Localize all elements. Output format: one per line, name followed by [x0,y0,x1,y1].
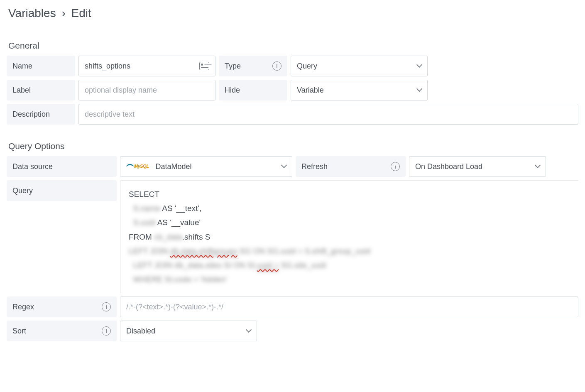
hide-label: Hide [219,80,287,100]
sort-label: Sort i [7,321,117,341]
name-input-wrap[interactable] [78,56,215,76]
label-input[interactable] [85,86,209,95]
chevron-down-icon [416,88,421,93]
hide-select[interactable]: Variable [291,80,428,100]
chevron-down-icon [535,164,540,169]
name-input[interactable] [85,62,196,71]
name-label: Name [7,56,75,76]
chevron-down-icon [246,328,251,333]
regex-input-wrap[interactable]: /.*-(?<text>.*)-(?<value>.*)-.*/ [120,296,578,317]
description-input[interactable] [85,110,572,119]
info-icon[interactable]: i [102,302,111,311]
type-select[interactable]: Query [291,56,428,76]
refresh-select[interactable]: On Dashboard Load [409,156,546,177]
breadcrumb: Variables › Edit [7,7,578,20]
section-query-options: Query Options Data source MySQL DataMode… [7,141,578,341]
regex-input[interactable]: /.*-(?<text>.*)-(?<value>.*)-.*/ [126,303,223,311]
description-label: Description [7,104,75,125]
chevron-down-icon [281,164,286,169]
info-icon[interactable]: i [102,326,111,336]
breadcrumb-root[interactable]: Variables [8,7,56,20]
breadcrumb-current: Edit [71,7,91,20]
breadcrumb-sep: › [61,7,65,20]
label-input-wrap[interactable] [78,80,215,100]
chevron-down-icon [416,64,421,69]
description-input-wrap[interactable] [78,104,578,125]
datasource-label: Data source [7,156,117,177]
info-icon[interactable]: i [391,162,400,171]
type-label: Type i [219,56,287,76]
label-label: Label [7,80,75,100]
section-general-title: General [7,41,578,51]
section-general: General Name Type i Query Label Hide Var… [7,41,578,125]
mysql-logo-icon: MySQL [126,164,149,169]
section-query-options-title: Query Options [7,141,578,151]
refresh-label: Refresh i [296,156,406,177]
info-icon[interactable]: i [272,61,281,71]
query-textarea[interactable]: SELECT S.name AS '__text', S.uuid AS '__… [120,180,578,293]
sort-select[interactable]: Disabled [120,321,257,341]
regex-label: Regex i [7,296,117,317]
datasource-select[interactable]: MySQL DataModel [120,156,292,177]
form-icon [199,62,209,70]
query-label: Query [7,180,117,201]
